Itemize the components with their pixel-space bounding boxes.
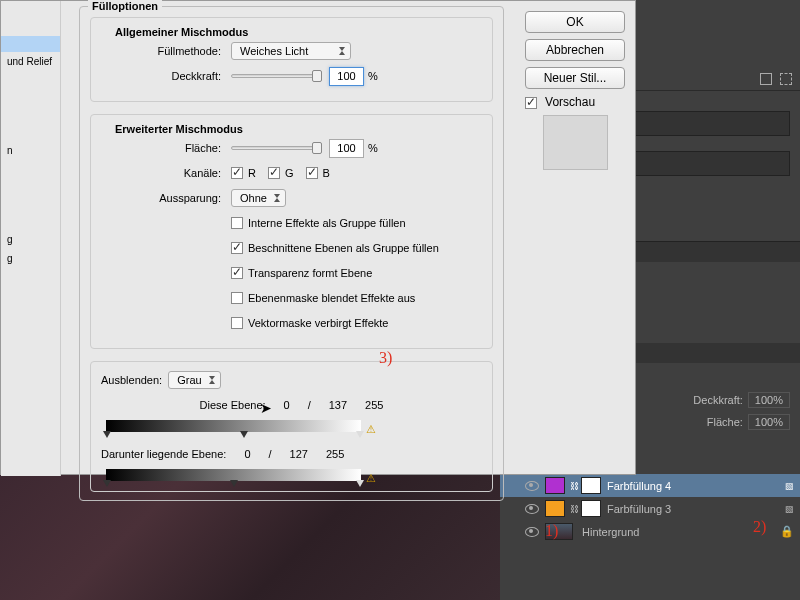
annotation-3: 3) <box>379 349 392 367</box>
blendif-select[interactable]: Grau <box>168 371 220 389</box>
preview-checkbox[interactable] <box>525 97 537 109</box>
layer-mask[interactable] <box>581 477 601 494</box>
general-blend-group: Allgemeiner Mischmodus Füllmethode: Weic… <box>90 17 493 102</box>
ok-button[interactable]: OK <box>525 11 625 33</box>
slider-handle-black[interactable] <box>103 431 111 438</box>
subgroup-title: Allgemeiner Mischmodus <box>111 26 252 38</box>
channel-r-checkbox[interactable] <box>231 167 243 179</box>
layer-thumbnail[interactable] <box>545 500 565 517</box>
layer-style-dialog: und Relief n g g Fülloptionen Allgemeine… <box>0 0 636 475</box>
cb-transparency[interactable] <box>231 267 243 279</box>
annotation-1: 1) <box>545 522 558 540</box>
cb-layer-mask[interactable] <box>231 292 243 304</box>
dialog-sidebar: und Relief n g g <box>1 1 61 476</box>
channel-g-checkbox[interactable] <box>268 167 280 179</box>
knockout-select[interactable]: Ohne <box>231 189 286 207</box>
sidebar-item-selected[interactable] <box>1 36 60 52</box>
layer-farbfullung-3[interactable]: ⛓ Farbfüllung 3 ▧ <box>500 497 800 520</box>
visibility-icon[interactable] <box>525 503 537 515</box>
cb-clipped-layers[interactable] <box>231 242 243 254</box>
opacity-value[interactable]: 100% <box>748 392 790 408</box>
channels-label: Kanäle: <box>101 167 231 179</box>
warning-icon: ⚠ <box>366 472 376 482</box>
preview-label: Vorschau <box>545 95 595 109</box>
opacity-input[interactable] <box>329 67 364 86</box>
fill-slider[interactable] <box>231 146 321 150</box>
this-layer-gradient[interactable]: ⚠ <box>106 420 361 432</box>
under-layer-label: Darunter liegende Ebene: <box>101 448 226 460</box>
subgroup-title: Erweiterter Mischmodus <box>111 123 247 135</box>
cancel-button[interactable]: Abbrechen <box>525 39 625 61</box>
slider-handle-black[interactable] <box>103 480 111 487</box>
link-icon[interactable]: ⛓ <box>570 481 579 491</box>
visibility-icon[interactable] <box>525 480 537 492</box>
new-style-button[interactable]: Neuer Stil... <box>525 67 625 89</box>
channel-b-checkbox[interactable] <box>306 167 318 179</box>
link-icon[interactable]: ⛓ <box>570 504 579 514</box>
opacity-label: Deckkraft: <box>693 394 743 406</box>
knockout-label: Aussparung: <box>101 192 231 204</box>
fx-icon[interactable]: ▧ <box>785 481 794 491</box>
percent-label: % <box>368 70 378 82</box>
fill-input[interactable] <box>329 139 364 158</box>
warning-icon: ⚠ <box>366 423 376 433</box>
blend-if-group: Ausblenden: Grau Diese Ebene: 0 / 137 25… <box>90 361 493 492</box>
icon-b[interactable] <box>780 73 792 85</box>
cb-vector-mask[interactable] <box>231 317 243 329</box>
sidebar-item[interactable]: n <box>1 141 60 160</box>
this-layer-label: Diese Ebene: <box>200 399 266 411</box>
opacity-slider[interactable] <box>231 74 321 78</box>
opacity-label: Deckkraft: <box>101 70 231 82</box>
slider-handle-white[interactable] <box>356 480 364 487</box>
group-title: Fülloptionen <box>88 0 162 12</box>
blend-mode-select[interactable]: Weiches Licht <box>231 42 351 60</box>
fx-icon[interactable]: ▧ <box>785 504 794 514</box>
percent-label: % <box>368 142 378 154</box>
blending-options-group: Fülloptionen Allgemeiner Mischmodus Füll… <box>79 6 504 501</box>
cb-internal-effects[interactable] <box>231 217 243 229</box>
icon-a[interactable] <box>760 73 772 85</box>
slider-handle-white[interactable] <box>356 431 364 438</box>
layer-farbfullung-4[interactable]: ⛓ Farbfüllung 4 ▧ <box>500 474 800 497</box>
layer-thumbnail[interactable] <box>545 477 565 494</box>
sidebar-item[interactable]: g <box>1 230 60 249</box>
annotation-2: 2) <box>753 518 766 536</box>
under-layer-gradient[interactable]: ⚠ <box>106 469 361 481</box>
blend-mode-label: Füllmethode: <box>101 45 231 57</box>
lock-icon: 🔒 <box>780 525 794 538</box>
slider-handle-mid[interactable] <box>240 431 248 438</box>
slider-handle-mid[interactable] <box>230 480 238 487</box>
advanced-blend-group: Erweiterter Mischmodus Fläche: % Kanäle:… <box>90 114 493 349</box>
fill-value[interactable]: 100% <box>748 414 790 430</box>
blendif-label: Ausblenden: <box>101 374 162 386</box>
fill-label: Fläche: <box>101 142 231 154</box>
visibility-icon[interactable] <box>525 526 537 538</box>
sidebar-item[interactable]: und Relief <box>1 52 60 71</box>
layer-mask[interactable] <box>581 500 601 517</box>
sidebar-item[interactable]: g <box>1 249 60 268</box>
preview-swatch <box>543 115 608 170</box>
fill-label: Fläche: <box>707 416 743 428</box>
